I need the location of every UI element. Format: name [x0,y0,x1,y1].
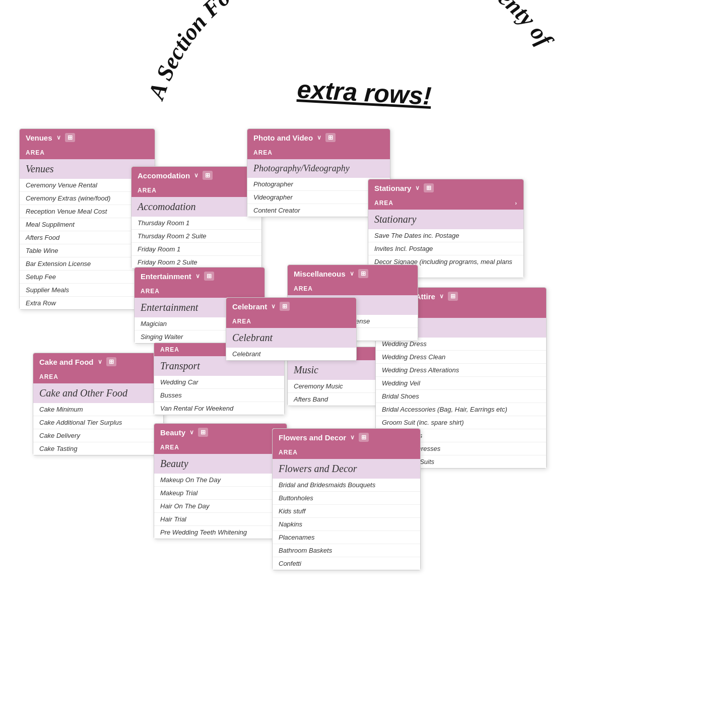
attire-item-3: Wedding Dress Alterations [376,364,546,377]
cake-food-card: Cake and Food ∨ ⊞ AREA Cake and Other Fo… [33,353,164,455]
cake-food-header[interactable]: Cake and Food ∨ ⊞ [33,353,163,370]
stationary-section-title: Stationary [368,210,523,229]
photo-video-table-icon[interactable]: ⊞ [325,133,336,142]
cake-item-4: Cake Tasting [33,442,163,455]
cake-food-area-row: AREA [33,370,163,383]
transport-item-2: Busses [154,389,284,402]
photo-video-section-title: Photography/Videography [247,159,390,178]
photo-video-header[interactable]: Photo and Video ∨ ⊞ [247,129,390,146]
flowers-decor-title: Flowers and Decor [279,433,346,442]
entertainment-title: Entertainment [141,272,191,281]
stationary-header[interactable]: Stationary ∨ ⊞ [368,179,523,196]
stationary-chevron[interactable]: ∨ [415,184,420,191]
accomodation-card: Accomodation ∨ ⊞ AREA Accomodation Thurs… [131,166,262,269]
accomodation-chevron[interactable]: ∨ [194,172,198,179]
celebrant-section-title: Celebrant [226,328,356,348]
beauty-card: Beauty ∨ ⊞ AREA Beauty Makeup On The Day… [154,423,287,539]
photo-video-chevron[interactable]: ∨ [317,134,321,141]
attire-item-7: Groom Suit (inc. spare shirt) [376,416,546,429]
miscellaneous-title: Miscellaneous [294,270,346,278]
stationary-table-icon[interactable]: ⊞ [424,183,434,192]
flowers-item-3: Kids stuff [273,505,420,518]
cake-food-section-title: Cake and Other Food [33,383,163,403]
miscellaneous-chevron[interactable]: ∨ [350,270,354,277]
photo-video-area-row: AREA [247,146,390,159]
attire-item-6: Bridal Accessories (Bag, Hair, Earrings … [376,403,546,416]
entertainment-header[interactable]: Entertainment ∨ ⊞ [135,268,264,285]
wedding-attire-chevron[interactable]: ∨ [439,293,444,300]
flowers-item-6: Bathroom Baskets [273,544,420,557]
accomodation-section-title: Accomodation [131,197,261,217]
celebrant-table-icon[interactable]: ⊞ [280,302,290,311]
beauty-item-5: Pre Wedding Teeth Whitening [154,526,287,539]
wedding-attire-table-icon[interactable]: ⊞ [448,292,458,301]
flowers-item-7: Confetti [273,557,420,570]
flowers-item-2: Buttonholes [273,492,420,505]
beauty-item-2: Makeup Trial [154,487,287,500]
flowers-decor-section-title: Flowers and Decor [273,459,420,479]
accomodation-table-icon[interactable]: ⊞ [203,171,213,180]
celebrant-title: Celebrant [232,302,267,311]
stationary-item-1: Save The Dates inc. Postage [368,229,523,242]
entertainment-area-row: AREA [135,285,264,298]
celebrant-chevron[interactable]: ∨ [271,303,276,310]
stationary-area-row: AREA › [368,196,523,210]
celebrant-card: Celebrant ∨ ⊞ AREA Celebrant Celebrant [226,297,357,361]
celebrant-item-1: Celebrant [226,348,356,360]
flowers-item-1: Bridal and Bridesmaids Bouquets [273,479,420,492]
beauty-title: Beauty [160,428,185,437]
venues-table-icon[interactable]: ⊞ [65,133,75,142]
celebrant-area-row: AREA [226,315,356,328]
flowers-decor-card: Flowers and Decor ∨ ⊞ AREA Flowers and D… [272,428,421,570]
miscellaneous-area-row: AREA [288,282,418,295]
beauty-item-1: Makeup On The Day [154,474,287,487]
flowers-decor-header[interactable]: Flowers and Decor ∨ ⊞ [273,429,420,446]
photo-video-title: Photo and Video [253,134,313,142]
entertainment-table-icon[interactable]: ⊞ [204,272,214,281]
cake-food-table-icon[interactable]: ⊞ [106,357,116,366]
beauty-chevron[interactable]: ∨ [189,429,194,436]
celebrant-header[interactable]: Celebrant ∨ ⊞ [226,298,356,315]
flowers-item-4: Napkins [273,518,420,531]
beauty-section-title: Beauty [154,454,287,474]
cake-item-1: Cake Minimum [33,403,163,416]
stationary-card: Stationary ∨ ⊞ AREA › Stationary Save Th… [368,179,524,278]
accomodation-area-row: AREA [131,184,261,197]
attire-item-4: Wedding Veil [376,377,546,390]
accomodation-item-2: Thursday Room 2 Suite [131,230,261,243]
accomodation-title: Accomodation [138,171,190,180]
miscellaneous-header[interactable]: Miscellaneous ∨ ⊞ [288,265,418,282]
venues-header[interactable]: Venues ∨ ⊞ [20,129,155,146]
cake-food-title: Cake and Food [39,358,94,366]
attire-item-2: Wedding Dress Clean [376,351,546,364]
accomodation-header[interactable]: Accomodation ∨ ⊞ [131,167,261,184]
beauty-item-4: Hair Trial [154,513,287,526]
beauty-table-icon[interactable]: ⊞ [198,428,208,437]
stationary-title: Stationary [374,184,411,192]
venues-area-row: AREA [20,146,155,159]
accomodation-item-3: Friday Room 1 [131,243,261,256]
beauty-header[interactable]: Beauty ∨ ⊞ [154,424,287,441]
transport-item-1: Wedding Car [154,376,284,389]
venues-title: Venues [26,134,52,142]
stationary-area-chevron: › [515,200,517,206]
flowers-decor-area-row: AREA [273,446,420,459]
venues-chevron[interactable]: ∨ [56,134,61,141]
miscellaneous-table-icon[interactable]: ⊞ [358,269,368,278]
beauty-item-3: Hair On The Day [154,500,287,513]
cake-food-chevron[interactable]: ∨ [98,358,102,365]
flowers-decor-chevron[interactable]: ∨ [350,434,355,441]
attire-item-5: Bridal Shoes [376,390,546,403]
transport-item-3: Van Rental For Weekend [154,402,284,415]
flowers-decor-table-icon[interactable]: ⊞ [359,433,369,442]
flowers-item-5: Placenames [273,531,420,544]
cake-item-3: Cake Delivery [33,429,163,442]
stationary-item-2: Invites Incl. Postage [368,242,523,255]
cake-item-2: Cake Additional Tier Surplus [33,416,163,429]
entertainment-chevron[interactable]: ∨ [195,273,200,280]
accomodation-item-1: Thursday Room 1 [131,217,261,230]
beauty-area-row: AREA [154,441,287,454]
